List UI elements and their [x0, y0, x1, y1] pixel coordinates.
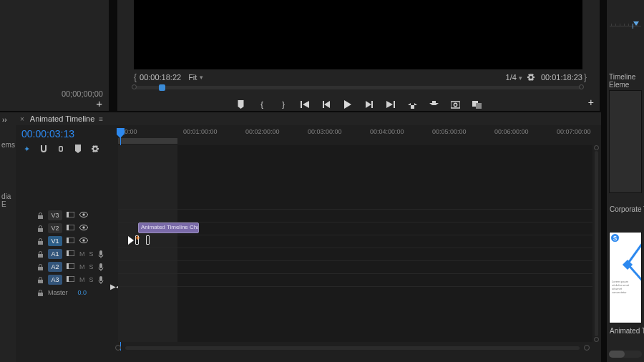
go-to-out-icon[interactable]	[386, 99, 396, 109]
toggle-output-icon[interactable]	[79, 212, 88, 219]
step-back-icon[interactable]	[321, 99, 331, 109]
solo-toggle[interactable]: S	[89, 276, 94, 283]
extract-icon[interactable]	[429, 99, 439, 109]
timeline-ruler[interactable]: 00:0000:01:00:0000:02:00:0000:03:00:0000…	[118, 128, 592, 145]
row-a1[interactable]	[118, 248, 592, 260]
go-to-in-icon[interactable]	[300, 99, 310, 109]
toggle-sync-icon[interactable]	[67, 250, 75, 258]
svg-rect-0	[451, 102, 460, 108]
timeline-tracks-area[interactable]: Animated Timeline Chart 2 +	[118, 145, 592, 342]
preset-thumb-a[interactable]	[609, 90, 642, 193]
svg-rect-32	[38, 293, 43, 296]
program-canvas[interactable]	[134, 0, 582, 69]
sequence-title[interactable]: Animated Timeline	[30, 114, 95, 123]
toggle-sync-icon[interactable]	[67, 276, 75, 283]
row-a3[interactable]	[118, 273, 592, 286]
vscroll-handle-top[interactable]	[594, 145, 599, 150]
magnet-icon[interactable]	[39, 144, 49, 154]
track-header-v2[interactable]: V2	[16, 222, 118, 235]
track-header-v3[interactable]: V3	[16, 209, 118, 222]
right-scrollbar[interactable]	[609, 351, 642, 358]
bracket-in-icon: {	[134, 72, 137, 82]
close-sequence-icon[interactable]: ×	[20, 115, 24, 123]
track-header-a3[interactable]: A3 M S	[16, 273, 118, 286]
work-area-bar[interactable]	[118, 138, 177, 144]
solo-toggle[interactable]: S	[89, 263, 94, 270]
marker-tool-icon[interactable]	[73, 144, 83, 154]
snap-icon[interactable]: ✦	[21, 144, 31, 154]
ruler-label: 00:07:00:00	[557, 128, 591, 135]
voice-over-icon[interactable]	[98, 263, 107, 270]
lock-icon[interactable]	[37, 251, 44, 258]
svg-rect-30	[67, 276, 69, 282]
sequence-menu-icon[interactable]: ≡	[99, 115, 103, 123]
zoom-handle-right[interactable]	[584, 345, 590, 351]
right-upper-panel: Timeline Eleme	[606, 0, 644, 90]
step-forward-icon[interactable]	[364, 99, 374, 109]
resolution-dropdown[interactable]: 1/4 ▾	[506, 73, 522, 82]
lock-icon[interactable]	[37, 238, 44, 245]
lock-icon[interactable]	[37, 212, 44, 219]
row-v1[interactable]	[118, 235, 592, 248]
left-label-media[interactable]: dia E	[1, 192, 16, 208]
add-source-button[interactable]: +	[96, 97, 102, 109]
program-zoom-bar[interactable]	[135, 84, 581, 92]
track-header-v1[interactable]: V1	[16, 235, 118, 248]
mute-toggle[interactable]: M	[79, 276, 85, 283]
vscroll-handle-bottom[interactable]	[594, 337, 599, 342]
svg-rect-17	[67, 238, 69, 243]
lift-icon[interactable]	[407, 99, 417, 109]
lock-icon[interactable]	[37, 264, 44, 270]
cursor-bracket-right-icon	[146, 235, 150, 245]
row-master[interactable]	[118, 286, 592, 299]
mini-playhead-icon[interactable]	[633, 21, 639, 27]
voice-over-icon[interactable]	[98, 276, 107, 283]
lock-icon[interactable]	[37, 290, 44, 296]
master-gain-value[interactable]: 0.0	[78, 289, 87, 296]
export-frame-icon[interactable]	[450, 99, 460, 109]
program-in-timecode[interactable]: 00:00:18:22	[140, 73, 181, 82]
settings-wrench-icon[interactable]	[90, 144, 100, 154]
toggle-sync-icon[interactable]	[67, 238, 75, 245]
timeline-zoom-scrollbar[interactable]	[118, 345, 587, 352]
program-duration-timecode[interactable]: 00:01:18:23	[541, 73, 582, 82]
play-icon[interactable]	[343, 99, 353, 109]
track-header-a1[interactable]: A1 M S	[16, 248, 118, 260]
collapse-panel-icon[interactable]: ››	[0, 112, 16, 127]
row-a2[interactable]	[118, 260, 592, 273]
track-header-a2[interactable]: A2 M S	[16, 260, 118, 273]
zoom-fit-dropdown[interactable]: Fit ▾	[188, 73, 203, 82]
ruler-label: 00:02:00:00	[245, 128, 280, 135]
lock-icon[interactable]	[37, 225, 44, 232]
zoom-handle-left[interactable]	[115, 345, 121, 351]
preset-thumb-b[interactable]: $ Lorem ipsumsit dolor ametsit ametconse…	[609, 232, 642, 323]
comparison-view-icon[interactable]	[472, 99, 482, 109]
out-point-icon[interactable]: }	[278, 99, 288, 109]
button-editor-add[interactable]: +	[588, 97, 594, 108]
lock-icon[interactable]	[37, 277, 44, 283]
timeline-vertical-scrollbar[interactable]	[594, 145, 600, 342]
clip-animated-timeline-chart[interactable]: Animated Timeline Chart 2	[138, 222, 199, 233]
zoom-handle-right[interactable]	[579, 84, 584, 89]
solo-toggle[interactable]: S	[89, 250, 94, 258]
zoom-handle-left[interactable]	[132, 84, 137, 89]
track-header-master[interactable]: Master 0.0	[16, 286, 118, 299]
row-v3[interactable]	[118, 209, 592, 222]
marker-icon[interactable]	[235, 99, 245, 109]
playhead-cap-icon[interactable]	[117, 128, 125, 134]
toggle-sync-icon[interactable]	[67, 263, 75, 270]
program-playhead-handle[interactable]	[159, 84, 165, 91]
mute-toggle[interactable]: M	[79, 263, 85, 270]
toggle-sync-icon[interactable]	[67, 212, 75, 219]
mute-toggle[interactable]: M	[79, 250, 85, 258]
linked-selection-icon[interactable]	[56, 144, 66, 154]
left-label-items[interactable]: ems	[1, 141, 15, 149]
in-point-icon[interactable]: {	[257, 99, 267, 109]
toggle-sync-icon[interactable]	[67, 225, 75, 232]
settings-wrench-icon[interactable]	[527, 73, 535, 82]
playhead-timecode[interactable]: 00:00:03:13	[21, 128, 74, 140]
toggle-output-icon[interactable]	[79, 225, 88, 232]
voice-over-icon[interactable]	[98, 250, 107, 258]
toggle-output-icon[interactable]	[79, 238, 88, 245]
scroll-thumb[interactable]	[609, 351, 625, 358]
